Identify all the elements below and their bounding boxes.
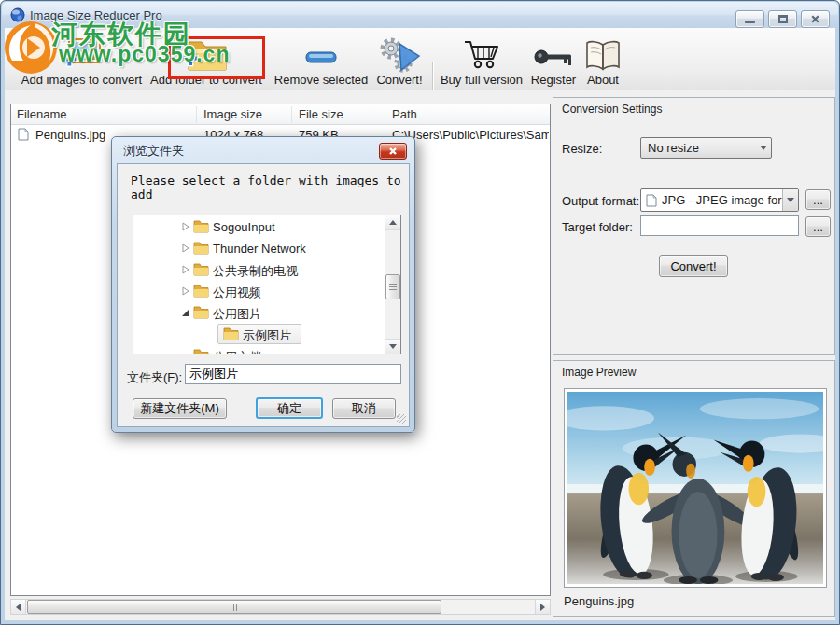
resize-select[interactable]: No resize bbox=[640, 137, 772, 159]
remove-selected-label: Remove selected bbox=[270, 73, 372, 87]
close-icon bbox=[810, 14, 820, 24]
folder-name-input[interactable] bbox=[185, 364, 401, 384]
chevron-expanded-icon[interactable] bbox=[182, 308, 190, 317]
toolbar: Add images to convert Add folder to conv… bbox=[5, 28, 835, 90]
tree-item-label: 公共录制的电视 bbox=[213, 263, 298, 280]
horizontal-scrollbar[interactable] bbox=[10, 599, 551, 615]
add-images-button[interactable]: Add images to convert bbox=[14, 33, 149, 89]
new-folder-button[interactable]: 新建文件夹(M) bbox=[133, 398, 227, 419]
tree-item-thunder-network[interactable]: Thunder Network bbox=[133, 238, 385, 259]
vertical-scroll-thumb[interactable] bbox=[385, 274, 400, 299]
folder-icon bbox=[193, 305, 209, 319]
remove-selected-icon bbox=[303, 36, 339, 77]
file-list-header: Filename Image size File size Path bbox=[11, 104, 550, 125]
tree-item-public-pictures[interactable]: 公用图片 bbox=[133, 302, 385, 324]
minimize-button[interactable] bbox=[735, 10, 764, 28]
resize-label: Resize: bbox=[562, 142, 602, 156]
conversion-settings-title: Conversion Settings bbox=[562, 103, 662, 116]
chevron-right-icon[interactable] bbox=[182, 222, 189, 231]
image-preview-title: Image Preview bbox=[562, 366, 636, 379]
tree-item-label: 公用图片 bbox=[213, 306, 261, 323]
column-header-file-size[interactable]: File size bbox=[299, 107, 343, 121]
cart-icon bbox=[462, 36, 501, 77]
output-format-label: Output format: bbox=[562, 194, 639, 208]
arrow-up-icon bbox=[389, 220, 397, 225]
buy-full-version-button[interactable]: Buy full version bbox=[440, 33, 524, 89]
column-separator[interactable] bbox=[385, 106, 385, 123]
window-title: Image Size Reducer Pro bbox=[30, 8, 162, 22]
preview-caption: Penguins.jpg bbox=[564, 594, 634, 608]
tree-item-label: Thunder Network bbox=[213, 242, 306, 256]
tree-item-public-recorded-tv[interactable]: 公共录制的电视 bbox=[133, 259, 385, 281]
maximize-button[interactable] bbox=[768, 10, 797, 28]
thumb-grip bbox=[231, 604, 238, 611]
maximize-icon bbox=[778, 15, 788, 23]
arrow-right-icon bbox=[540, 604, 545, 611]
arrow-left-icon bbox=[16, 604, 21, 611]
convert-toolbar-label: Convert! bbox=[369, 73, 430, 87]
folder-tree-rows: SogouInput Thunder Network 公共录制的电视 bbox=[133, 216, 385, 354]
chevron-down-icon bbox=[782, 189, 798, 211]
folder-icon bbox=[193, 219, 209, 233]
remove-selected-button[interactable]: Remove selected bbox=[270, 33, 372, 89]
resize-grip[interactable] bbox=[397, 414, 406, 424]
register-label: Register bbox=[527, 73, 580, 87]
tree-item-public-documents[interactable]: 公用文档 bbox=[133, 345, 385, 354]
about-button[interactable]: About bbox=[581, 33, 624, 89]
cancel-button[interactable]: 取消 bbox=[332, 398, 396, 419]
target-folder-input[interactable] bbox=[640, 215, 799, 236]
convert-button[interactable]: Convert! bbox=[659, 255, 728, 277]
annotation-highlight-box bbox=[168, 36, 265, 79]
column-header-image-size[interactable]: Image size bbox=[203, 107, 262, 121]
book-icon bbox=[583, 36, 623, 77]
application-window: Image Size Reducer Pro Add images to con… bbox=[0, 0, 840, 625]
ok-button[interactable]: 确定 bbox=[256, 397, 323, 419]
horizontal-scroll-thumb[interactable] bbox=[27, 600, 441, 614]
column-separator[interactable] bbox=[291, 106, 292, 123]
app-icon bbox=[10, 7, 25, 22]
file-icon bbox=[18, 128, 29, 141]
chevron-right-icon[interactable] bbox=[182, 243, 189, 253]
close-icon bbox=[388, 146, 398, 156]
scroll-up-button[interactable] bbox=[385, 215, 400, 230]
tree-vertical-scrollbar[interactable] bbox=[385, 215, 400, 354]
tree-item-label: SogouInput bbox=[213, 220, 275, 234]
folder-field-label: 文件夹(F): bbox=[127, 369, 182, 386]
register-button[interactable]: Register bbox=[527, 33, 580, 89]
image-preview-panel: Image Preview bbox=[553, 360, 835, 617]
output-format-browse-button[interactable]: ... bbox=[805, 189, 831, 210]
scroll-right-button[interactable] bbox=[535, 600, 550, 614]
tree-item-sample-pictures-selected[interactable]: 示例图片 bbox=[133, 324, 385, 345]
window-frame: Image Size Reducer Pro Add images to con… bbox=[0, 0, 840, 625]
folder-icon bbox=[193, 284, 209, 298]
output-format-select[interactable]: JPG - JPEG image form bbox=[640, 188, 799, 212]
conversion-settings-panel: Conversion Settings Resize: No resize Ou… bbox=[553, 97, 835, 355]
scroll-left-button[interactable] bbox=[11, 600, 26, 614]
convert-button-toolbar[interactable]: Convert! bbox=[369, 33, 430, 89]
column-header-path[interactable]: Path bbox=[392, 107, 417, 121]
penguins-photo bbox=[567, 392, 823, 584]
scroll-down-button[interactable] bbox=[385, 339, 400, 354]
tree-item-public-videos[interactable]: 公用视频 bbox=[133, 281, 385, 302]
target-folder-browse-button[interactable]: ... bbox=[805, 216, 831, 237]
folder-tree[interactable]: SogouInput Thunder Network 公共录制的电视 bbox=[133, 215, 401, 354]
chevron-right-icon[interactable] bbox=[182, 286, 189, 296]
tree-item-sogouinput[interactable]: SogouInput bbox=[133, 216, 385, 238]
file-type-icon bbox=[646, 194, 657, 207]
output-format-value: JPG - JPEG image form bbox=[657, 193, 782, 207]
buy-full-version-label: Buy full version bbox=[440, 73, 524, 87]
title-bar[interactable]: Image Size Reducer Pro bbox=[2, 2, 838, 28]
folder-icon bbox=[193, 262, 209, 276]
about-label: About bbox=[581, 73, 624, 87]
folder-icon bbox=[223, 326, 239, 340]
chevron-right-icon[interactable] bbox=[182, 265, 189, 274]
close-button[interactable] bbox=[801, 10, 830, 28]
folder-icon bbox=[193, 241, 209, 255]
dialog-close-button[interactable] bbox=[379, 143, 407, 160]
target-folder-label: Target folder: bbox=[562, 220, 633, 234]
chevron-down-icon bbox=[755, 146, 771, 150]
column-separator[interactable] bbox=[196, 106, 197, 123]
arrow-down-icon bbox=[389, 344, 397, 349]
tree-item-label: 公用视频 bbox=[213, 285, 261, 301]
column-header-filename[interactable]: Filename bbox=[17, 107, 66, 121]
